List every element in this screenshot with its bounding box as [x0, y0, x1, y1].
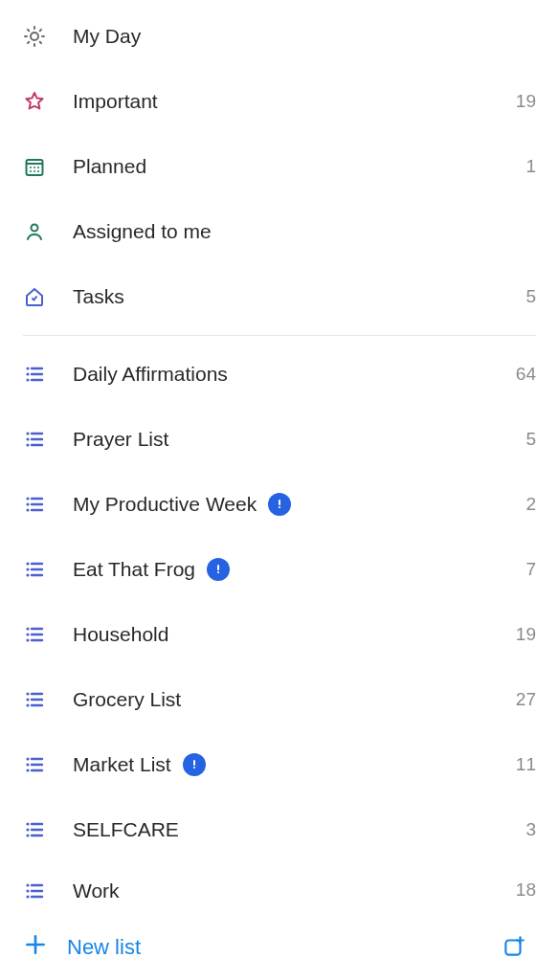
list-icon — [23, 558, 73, 581]
user-list-count: 3 — [507, 819, 536, 840]
list-icon — [23, 493, 73, 516]
calendar-icon — [23, 155, 73, 178]
list-icon — [23, 428, 73, 451]
smart-list-count: 1 — [507, 156, 536, 177]
smart-list-count: 5 — [507, 286, 536, 307]
smart-list-assigned[interactable]: Assigned to me — [0, 199, 559, 264]
user-list-label: Eat That Frog — [73, 558, 507, 581]
plus-icon — [23, 932, 48, 963]
svg-point-31 — [217, 571, 219, 573]
list-icon — [23, 623, 73, 646]
smart-list-planned[interactable]: Planned 1 — [0, 134, 559, 199]
list-scroll-area: My Day Important 19 Planned 1 Assigned t… — [0, 0, 559, 915]
home-icon — [23, 285, 73, 308]
user-list-label: Market List — [73, 753, 507, 776]
user-list-item[interactable]: Prayer List 5 — [0, 407, 559, 472]
list-icon — [23, 688, 73, 711]
user-list-item[interactable]: Daily Affirmations 64 — [0, 342, 559, 407]
user-list-item[interactable]: Market List 11 — [0, 732, 559, 797]
user-list-item[interactable]: My Productive Week 2 — [0, 472, 559, 537]
user-list-item[interactable]: Household 19 — [0, 602, 559, 667]
user-list-item[interactable]: Grocery List 27 — [0, 667, 559, 732]
smart-list-my-day[interactable]: My Day — [0, 4, 559, 69]
shared-icon — [207, 558, 230, 581]
user-list-label: Work — [73, 880, 507, 902]
user-list-count: 11 — [507, 754, 536, 775]
smart-list-count: 19 — [507, 91, 536, 112]
user-list-item[interactable]: SELFCARE 3 — [0, 797, 559, 862]
user-list-label: Daily Affirmations — [73, 363, 507, 386]
user-list-count: 27 — [507, 689, 536, 710]
person-icon — [23, 220, 73, 243]
user-list-label: Grocery List — [73, 688, 507, 711]
smart-list-label: My Day — [73, 25, 507, 48]
list-icon — [23, 753, 73, 776]
user-list-label: My Productive Week — [73, 493, 507, 516]
list-icon — [23, 880, 73, 902]
user-list-count: 5 — [507, 429, 536, 450]
add-group-icon — [502, 947, 526, 962]
user-list-count: 7 — [507, 559, 536, 580]
smart-list-important[interactable]: Important 19 — [0, 69, 559, 134]
user-list-label: SELFCARE — [73, 818, 507, 841]
new-list-button[interactable]: New list — [23, 923, 492, 972]
app-root: My Day Important 19 Planned 1 Assigned t… — [0, 0, 559, 980]
shared-icon — [268, 493, 291, 516]
smart-list-label: Tasks — [73, 285, 507, 308]
list-icon — [23, 818, 73, 841]
star-icon — [23, 90, 73, 113]
smart-list-label: Important — [73, 90, 507, 113]
user-list-count: 19 — [507, 624, 536, 645]
shared-icon — [183, 753, 206, 776]
section-divider — [23, 335, 536, 336]
user-list-label: Prayer List — [73, 428, 507, 451]
user-list-count: 2 — [507, 494, 536, 515]
list-icon — [23, 363, 73, 386]
svg-point-32 — [193, 767, 195, 768]
user-list-item[interactable]: Work 18 — [0, 862, 559, 902]
user-list-label: Household — [73, 623, 507, 646]
smart-list-tasks[interactable]: Tasks 5 — [0, 264, 559, 329]
sun-icon — [23, 25, 73, 48]
new-list-label: New list — [67, 935, 141, 960]
smart-list-label: Planned — [73, 155, 507, 178]
smart-list-label: Assigned to me — [73, 220, 507, 243]
svg-point-30 — [279, 506, 280, 508]
user-list-count: 64 — [507, 364, 536, 385]
user-list-item[interactable]: Eat That Frog 7 — [0, 537, 559, 602]
bottom-bar: New list — [0, 915, 559, 980]
user-list-count: 18 — [507, 880, 536, 901]
add-group-button[interactable] — [492, 924, 536, 971]
